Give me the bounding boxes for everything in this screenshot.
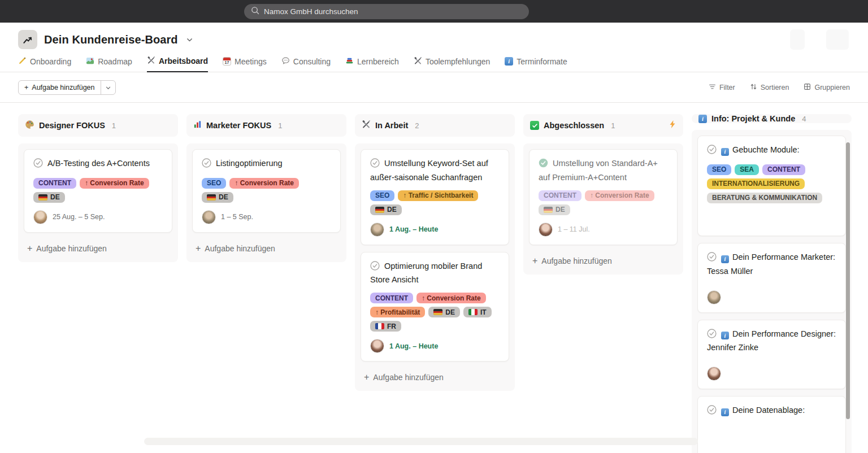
task-card[interactable]: Optimierung mobiler Brand Store Ansicht …: [361, 252, 509, 362]
task-title-row: iGebuchte Module:: [707, 144, 836, 158]
group-button[interactable]: Gruppieren: [804, 83, 850, 92]
tools-icon: [414, 56, 422, 67]
tag: CONTENT: [762, 164, 805, 175]
tab-roadmap[interactable]: Roadmap: [86, 56, 132, 72]
tag: CONTENT: [539, 190, 581, 201]
ghost-artifact: [826, 29, 849, 50]
column-header[interactable]: Abgeschlossen 1: [523, 114, 683, 137]
tab-terminformate[interactable]: i Terminformate: [505, 56, 567, 72]
sort-icon: [750, 83, 757, 92]
info-icon: i: [698, 115, 707, 123]
tab-meetings[interactable]: 17 Meetings: [223, 56, 267, 72]
germany-flag-icon: [207, 194, 216, 201]
tag-flag-de: DE: [539, 204, 570, 215]
add-task-in-column-button[interactable]: + Aufgabe hinzufügen: [192, 239, 341, 256]
tab-onboarding[interactable]: Onboarding: [18, 56, 71, 72]
filter-label: Filter: [719, 84, 735, 92]
france-flag-icon: [375, 323, 384, 329]
task-title-row: Umstellung Keyword-Set auf außer-saisona…: [370, 158, 500, 184]
tag: ↑ Conversion Rate: [229, 178, 299, 189]
column-count: 2: [415, 121, 419, 130]
column-cards: iGebuchte Module: SEO SEA CONTENT INTERN…: [692, 130, 852, 453]
check-circle-icon[interactable]: [370, 158, 380, 172]
column-header[interactable]: Designer FOKUS 1: [18, 114, 178, 137]
tag: ↑ Traffic / Sichtbarkeit: [398, 190, 478, 201]
tab-label: Arbeitsboard: [159, 56, 208, 66]
task-card[interactable]: A/B-Testing des A+Contents CONTENT ↑ Con…: [24, 149, 172, 233]
column-name: Marketer FOKUS: [206, 121, 271, 130]
task-card[interactable]: Umstellung Keyword-Set auf außer-saisona…: [361, 149, 509, 245]
tab-consulting[interactable]: Consulting: [281, 56, 331, 72]
project-header: Dein Kundenreise-Board Onboarding Roadma…: [0, 23, 868, 72]
check-circle-icon[interactable]: [370, 261, 380, 275]
plus-icon: +: [364, 373, 369, 382]
column-abgeschlossen: Abgeschlossen 1 Umstellung von Standard-…: [523, 114, 683, 453]
avatar: [707, 290, 721, 304]
column-count: 1: [112, 121, 116, 130]
task-card-completed[interactable]: Umstellung von Standard-A+ auf Premium-A…: [529, 149, 678, 245]
germany-flag-icon: [38, 194, 47, 201]
check-circle-icon[interactable]: [202, 158, 211, 172]
check-circle-icon[interactable]: [707, 145, 717, 158]
task-card[interactable]: iDein Performance Designer: Jennifer Zin…: [697, 320, 846, 390]
global-search-input[interactable]: Namox GmbH durchsuchen: [244, 4, 529, 19]
task-card[interactable]: Listingoptimierung SEO ↑ Conversion Rate…: [192, 149, 341, 233]
plus-icon: +: [27, 244, 32, 253]
task-title: A/B-Testing des A+Contents: [47, 159, 150, 168]
add-task-label: Aufgabe hinzufügen: [32, 84, 94, 92]
check-circle-icon[interactable]: [707, 252, 717, 265]
column-cards: A/B-Testing des A+Contents CONTENT ↑ Con…: [18, 143, 178, 262]
tab-arbeitsboard[interactable]: Arbeitsboard: [147, 56, 208, 72]
add-task-in-column-button[interactable]: + Aufgabe hinzufügen: [24, 239, 172, 256]
task-title: Listingoptimierung: [216, 159, 283, 168]
column-header[interactable]: i Info: Projekt & Kunde 4: [692, 114, 852, 123]
column-cards: Listingoptimierung SEO ↑ Conversion Rate…: [186, 143, 346, 262]
info-icon: i: [721, 148, 729, 156]
check-circle-filled-icon[interactable]: [539, 158, 548, 172]
page-title[interactable]: Dein Kundenreise-Board: [44, 33, 178, 46]
check-circle-icon[interactable]: [707, 405, 717, 419]
task-title-row: iDein Performance Designer: Jennifer Zin…: [707, 328, 836, 355]
column-name: Designer FOKUS: [39, 121, 105, 130]
task-title-row: Listingoptimierung: [202, 158, 331, 172]
app-window: Namox GmbH durchsuchen Dein Kundenreise-…: [0, 0, 868, 453]
tab-toolempfehlungen[interactable]: Toolempfehlungen: [414, 56, 490, 72]
vertical-scrollbar-thumb[interactable]: [846, 142, 850, 419]
add-task-button[interactable]: +Aufgabe hinzufügen: [18, 80, 116, 95]
tag-list: SEO ↑ Traffic / Sichtbarkeit DE: [370, 190, 500, 215]
check-circle-icon[interactable]: [33, 158, 43, 172]
tag: CONTENT: [370, 293, 413, 303]
task-title: Umstellung Keyword-Set auf außer-saisona…: [370, 159, 488, 182]
tools-icon: [147, 56, 155, 66]
tab-label: Onboarding: [30, 57, 71, 66]
plus-icon: +: [532, 256, 537, 265]
chevron-down-icon[interactable]: [186, 36, 193, 43]
tag-list: SEO SEA CONTENT INTERNATIONALISIERUNG BE…: [707, 164, 836, 203]
sort-button[interactable]: Sortieren: [750, 83, 789, 92]
task-card[interactable]: iGebuchte Module: SEO SEA CONTENT INTERN…: [697, 136, 846, 236]
search-placeholder: Namox GmbH durchsuchen: [264, 7, 358, 16]
germany-flag-icon: [544, 207, 553, 213]
add-task-in-column-button[interactable]: + Aufgabe hinzufügen: [361, 368, 509, 385]
column-cards: Umstellung Keyword-Set auf außer-saisona…: [355, 143, 515, 391]
tab-lernbereich[interactable]: Lernbereich: [345, 56, 399, 72]
task-card[interactable]: iDeine Datenablage:: [697, 396, 846, 453]
tag: SEO: [202, 178, 226, 189]
column-header[interactable]: In Arbeit 2: [355, 114, 515, 137]
tag-flag-de: DE: [33, 192, 65, 203]
add-task-in-column-button[interactable]: + Aufgabe hinzufügen: [529, 252, 678, 269]
task-card[interactable]: iDein Performance Marketer: Tessa Müller: [697, 243, 846, 313]
horizontal-scrollbar-track[interactable]: [144, 438, 698, 445]
tag-list: CONTENT ↑ Conversion Rate ↑ Profitabilit…: [370, 293, 500, 332]
check-circle-icon[interactable]: [707, 329, 717, 342]
filter-button[interactable]: Filter: [709, 83, 735, 92]
avatar: [370, 223, 384, 237]
column-header[interactable]: Marketer FOKUS 1: [186, 114, 346, 137]
info-icon: i: [721, 255, 729, 263]
due-date: 25 Aug. – 5 Sep.: [53, 213, 105, 221]
column-name: Info: Projekt & Kunde: [711, 114, 795, 123]
lightning-bolt-icon[interactable]: [669, 120, 676, 131]
ghost-artifact: [790, 29, 805, 50]
avatar: [539, 223, 553, 237]
add-task-dropdown-button[interactable]: [101, 81, 115, 94]
